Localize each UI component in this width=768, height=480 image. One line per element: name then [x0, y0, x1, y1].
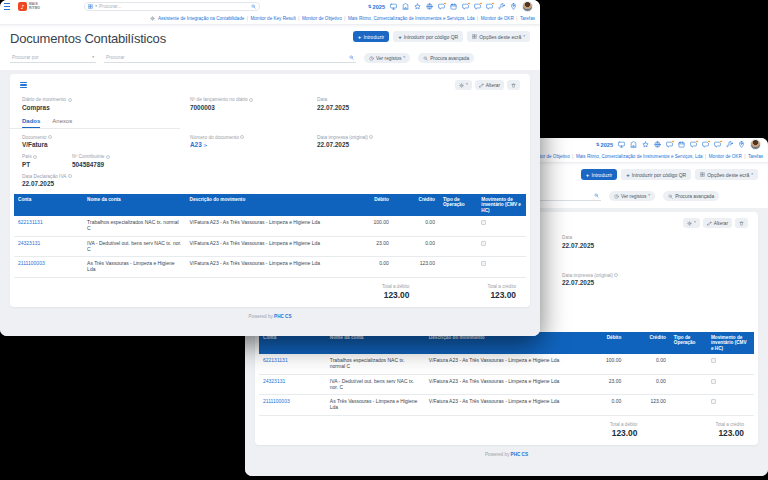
inventory-checkbox[interactable]	[481, 220, 486, 225]
user-avatar[interactable]	[750, 139, 761, 150]
tab-dados[interactable]: Dados	[22, 118, 40, 128]
chat-icon[interactable]	[666, 141, 673, 148]
star-icon[interactable]	[414, 3, 421, 10]
calendar-icon[interactable]	[678, 141, 685, 148]
search-icon[interactable]	[349, 55, 354, 60]
chat-icon[interactable]	[474, 3, 481, 10]
quick-link-empresa[interactable]: Mais Ritmo, Comercialização de Instrumen…	[576, 154, 703, 159]
introduce-qr-button[interactable]: + Introduzir por código QR	[393, 31, 463, 42]
globe-icon[interactable]	[654, 141, 661, 148]
quick-link-okr[interactable]: Monitor de OKR	[481, 16, 514, 21]
inventory-checkbox[interactable]	[711, 358, 716, 363]
building-icon[interactable]	[630, 141, 637, 148]
account-link[interactable]: 622131131	[263, 357, 288, 363]
info-icon[interactable]	[68, 174, 72, 178]
quick-link-key-result[interactable]: Monitor de Key Result	[250, 16, 295, 21]
chat-icon[interactable]	[462, 3, 469, 10]
account-link[interactable]: 2111100003	[18, 260, 45, 266]
wrench-icon[interactable]	[498, 3, 505, 10]
inventory-checkbox[interactable]	[711, 399, 716, 404]
star-icon[interactable]	[642, 141, 649, 148]
info-icon[interactable]	[240, 135, 244, 139]
table-row: 622131131 Trabalhos especializados NAC t…	[14, 216, 526, 236]
quick-link-empresa[interactable]: Mais Ritmo, Comercialização de Instrumen…	[348, 16, 475, 21]
search-icon[interactable]	[594, 193, 599, 198]
gear-icon	[687, 221, 692, 226]
app-window-front[interactable]: ♪ MAIS RITMO ▾ Procurar... ⇅ 2025	[0, 0, 540, 336]
total-debit: Total a débito 123.00	[382, 284, 409, 300]
global-search-placeholder: Procurar...	[99, 4, 121, 9]
account-link[interactable]: 622131131	[18, 219, 43, 225]
advanced-search-button[interactable]: Procura avançada	[418, 53, 474, 63]
view-records-button[interactable]: Ver registos ▾	[609, 191, 655, 201]
monitor-icon[interactable]	[390, 3, 397, 10]
info-icon[interactable]	[48, 135, 52, 139]
year-selector[interactable]: ⇅ 2025	[596, 142, 613, 148]
advanced-search-button[interactable]: Procura avançada	[663, 191, 719, 201]
info-icon[interactable]	[369, 135, 373, 139]
info-icon[interactable]	[106, 155, 110, 159]
chat-icon[interactable]	[438, 3, 445, 10]
introduce-button[interactable]: + Introduzir	[353, 31, 389, 42]
info-icon[interactable]	[249, 98, 253, 102]
introduce-button[interactable]: + Introduzir	[581, 169, 617, 180]
quick-link-okr[interactable]: Monitor de OKR	[709, 154, 742, 159]
quick-link-tarefas[interactable]: Tarefas	[748, 154, 763, 159]
phc-cs-link[interactable]: PHC CS	[511, 452, 528, 457]
location-pin-icon[interactable]	[738, 141, 745, 148]
account-link[interactable]: 24323131	[263, 378, 285, 384]
user-avatar[interactable]	[522, 1, 533, 12]
grid-icon	[700, 172, 705, 177]
alter-button[interactable]: Alterar	[703, 218, 732, 228]
music-note-icon: ♪	[18, 2, 27, 11]
phc-cs-link[interactable]: PHC CS	[274, 314, 291, 319]
record-settings-button[interactable]: ▾	[683, 218, 700, 228]
quick-link-tarefas[interactable]: Tarefas	[520, 16, 535, 21]
quick-link-objetivo[interactable]: Monitor de Objetivo	[302, 16, 342, 21]
inventory-checkbox[interactable]	[481, 261, 486, 266]
numero-documento-link[interactable]: A23	[190, 141, 202, 148]
screen-options-button[interactable]: Opções deste ecrã ▾	[467, 31, 530, 42]
chat-icon[interactable]	[486, 3, 493, 10]
info-icon[interactable]	[614, 273, 618, 277]
record-search-input[interactable]: Procurar	[104, 54, 356, 63]
year-selector[interactable]: ⇅ 2025	[368, 4, 385, 10]
chevron-down-icon: ▾	[403, 56, 405, 60]
inventory-checkbox[interactable]	[481, 241, 486, 246]
pais-value: PT	[22, 161, 72, 168]
delete-button[interactable]	[735, 218, 748, 228]
account-link[interactable]: 24323131	[18, 240, 40, 246]
account-link[interactable]: 2111100003	[263, 398, 290, 404]
global-search-input[interactable]: ▾ Procurar...	[84, 2, 260, 11]
chevron-down-icon: ▾	[95, 5, 97, 9]
record-menu-icon[interactable]	[20, 82, 27, 89]
quick-link-assistente[interactable]: Assistente de Integração na Contabilidad…	[158, 16, 244, 21]
info-icon[interactable]	[33, 155, 37, 159]
search-by-select[interactable]: Procurar por ▾	[10, 54, 96, 63]
field-data: Data 22.07.2025	[317, 97, 518, 111]
location-pin-icon[interactable]	[510, 3, 517, 10]
chat-icon[interactable]	[714, 141, 721, 148]
alter-button[interactable]: Alterar	[475, 80, 504, 90]
app-menu-icon[interactable]	[4, 3, 10, 10]
view-records-button[interactable]: Ver registos ▾	[364, 53, 410, 63]
chat-icon[interactable]	[702, 141, 709, 148]
grid-icon	[88, 4, 93, 9]
wrench-icon[interactable]	[726, 141, 733, 148]
notification-badge	[719, 140, 723, 144]
calendar-icon[interactable]	[450, 3, 457, 10]
tab-anexos[interactable]: Anexos	[52, 118, 72, 128]
monitor-icon[interactable]	[618, 141, 625, 148]
screen-options-button[interactable]: Opções deste ecrã ▾	[695, 169, 758, 180]
brand-logo[interactable]: ♪ MAIS RITMO	[18, 2, 40, 11]
globe-icon[interactable]	[426, 3, 433, 10]
chat-icon[interactable]	[690, 141, 697, 148]
search-icon[interactable]	[251, 4, 256, 9]
inventory-checkbox[interactable]	[711, 379, 716, 384]
info-icon[interactable]	[68, 98, 72, 102]
building-icon[interactable]	[402, 3, 409, 10]
delete-button[interactable]	[507, 80, 520, 90]
notification-badge	[443, 2, 447, 6]
record-settings-button[interactable]: ▾	[455, 80, 472, 90]
introduce-qr-button[interactable]: + Introduzir por código QR	[621, 169, 691, 180]
